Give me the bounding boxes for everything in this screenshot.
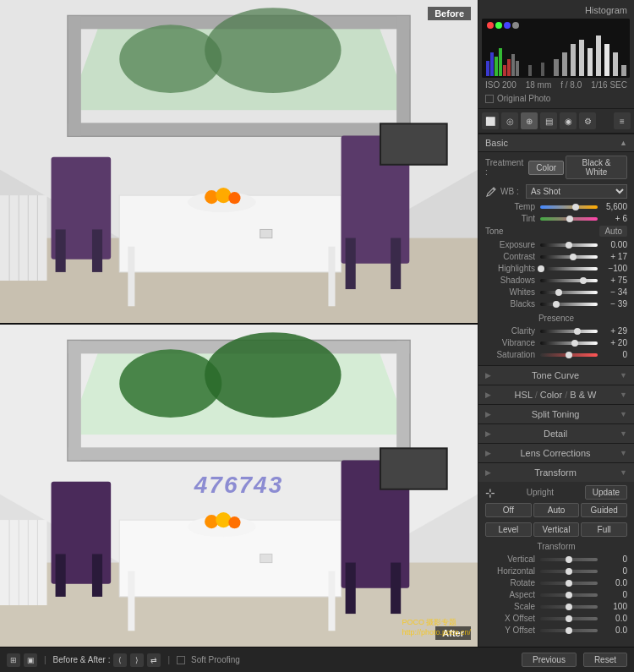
redeye-tool[interactable]: ⊕ [521,112,538,129]
eyedropper-icon[interactable] [485,186,497,198]
horizontal-row: Horizontal 0 [485,566,627,576]
svg-rect-45 [328,571,335,631]
vibrance-track[interactable] [540,341,598,345]
svg-rect-19 [56,229,66,271]
level-btn[interactable]: Level [485,522,532,537]
basic-section-header[interactable]: Basic ▲ [478,134,634,152]
bottom-bar: ⊞ ▣ | Before & After : ⟨ ⟩ ⇄ | Soft Proo… [0,647,634,672]
svg-rect-71 [511,54,515,76]
transform-arrow: ▼ [620,468,627,477]
contrast-track[interactable] [540,255,598,259]
reset-btn[interactable]: Reset [583,653,627,667]
shadows-track[interactable] [540,279,598,282]
before-after-swap[interactable]: ⇄ [147,653,161,667]
histogram-title: Histogram [482,3,631,17]
horizontal-track[interactable] [540,570,598,573]
y-offset-track[interactable] [540,629,598,632]
auto-btn[interactable]: Auto [599,226,627,237]
soft-proof-checkbox[interactable] [177,656,185,664]
tone-curve-header[interactable]: ▶ Tone Curve ▼ [478,366,634,385]
spot-tool[interactable]: ◎ [501,112,518,129]
transform-header[interactable]: ▶ Transform ▼ [478,463,634,482]
x-offset-track[interactable] [540,617,598,620]
svg-rect-80 [596,36,601,76]
tint-thumb[interactable] [566,216,573,222]
treatment-row: Treatment : Color Black & White [485,156,627,179]
previous-btn[interactable]: Previous [522,653,577,667]
aspect-track[interactable] [540,593,598,597]
svg-rect-73 [528,65,532,76]
shadows-thumb[interactable] [580,277,587,284]
contrast-thumb[interactable] [570,254,577,260]
svg-point-86 [504,22,511,29]
treatment-label: Treatment : [485,158,523,177]
highlights-track[interactable] [540,267,598,270]
radial-tool[interactable]: ◉ [560,112,577,129]
hsl-arrow: ▼ [620,391,627,399]
aspect-label: Aspect [485,590,540,599]
temp-slider-track[interactable] [540,205,598,209]
color-btn[interactable]: Color [528,161,564,175]
clarity-row: Clarity + 29 [485,326,627,336]
vertical-thumb[interactable] [566,556,572,563]
before-after-icon1[interactable]: ⟨ [113,653,127,667]
original-photo-checkbox[interactable] [485,95,494,103]
whites-thumb[interactable] [555,289,562,296]
wb-select[interactable]: As Shot [526,184,627,199]
tone-curve-label: Tone Curve [532,370,579,380]
svg-rect-74 [541,63,544,76]
off-btn[interactable]: Off [485,503,532,517]
clarity-thumb[interactable] [574,328,581,335]
exposure-thumb[interactable] [566,242,572,249]
vibrance-thumb[interactable] [571,340,578,347]
full-btn[interactable]: Full [581,522,627,537]
temp-thumb[interactable] [572,204,579,210]
hsl-header[interactable]: ▶ HSL / Color / B & W ▼ [478,385,634,404]
whites-value: − 34 [598,287,627,297]
loupe-icon[interactable]: ▣ [24,653,37,667]
vertical-track[interactable] [540,558,598,561]
split-toning-header[interactable]: ▶ Split Toning ▼ [478,405,634,423]
auto-upright-btn[interactable]: Auto [533,503,580,517]
clarity-track[interactable] [540,330,598,333]
rotate-thumb[interactable] [566,580,572,587]
blacks-thumb[interactable] [553,301,560,308]
contrast-value: + 17 [598,252,627,261]
y-offset-thumb[interactable] [566,627,572,634]
scale-thumb[interactable] [566,604,572,610]
whites-track[interactable] [540,291,598,294]
vibrance-row: Vibrance + 20 [485,338,627,347]
grid-view-icon[interactable]: ⊞ [7,653,20,667]
bottom-left: ⊞ ▣ | Before & After : ⟨ ⟩ ⇄ | Soft Proo… [7,653,240,667]
svg-point-9 [205,8,341,93]
guided-btn[interactable]: Guided [581,503,627,517]
before-after-icon2[interactable]: ⟩ [130,653,144,667]
vertical-btn[interactable]: Vertical [533,522,580,537]
crop-tool[interactable]: ⬜ [482,112,499,129]
saturation-track[interactable] [540,353,598,357]
scale-track[interactable] [540,605,598,609]
settings-slider[interactable]: ≡ [614,112,631,129]
exposure-track[interactable] [540,243,598,247]
highlights-thumb[interactable] [538,265,544,272]
horizontal-thumb[interactable] [566,568,572,575]
original-photo-label: Original Photo [497,94,550,103]
histogram-canvas [482,19,630,78]
tint-slider-track[interactable] [540,217,598,221]
saturation-thumb[interactable] [566,352,572,358]
adjust-tool[interactable]: ⚙ [579,112,596,129]
svg-rect-37 [68,447,410,460]
blacks-track[interactable] [540,303,598,306]
poco-watermark: POCO 摄影专题http://photo.poco.cn/ [402,617,471,638]
rotate-track[interactable] [540,582,598,585]
svg-rect-30 [381,124,446,163]
detail-label: Detail [544,429,567,439]
graduated-tool[interactable]: ▤ [540,112,557,129]
detail-header[interactable]: ▶ Detail ▼ [478,424,634,443]
update-btn[interactable]: Update [585,485,627,500]
lens-corrections-header[interactable]: ▶ Lens Corrections ▼ [478,444,634,462]
bw-btn[interactable]: Black & White [566,156,627,179]
aspect-thumb[interactable] [566,592,572,598]
x-offset-row: X Offset 0.0 [485,614,627,623]
x-offset-thumb[interactable] [566,615,572,622]
